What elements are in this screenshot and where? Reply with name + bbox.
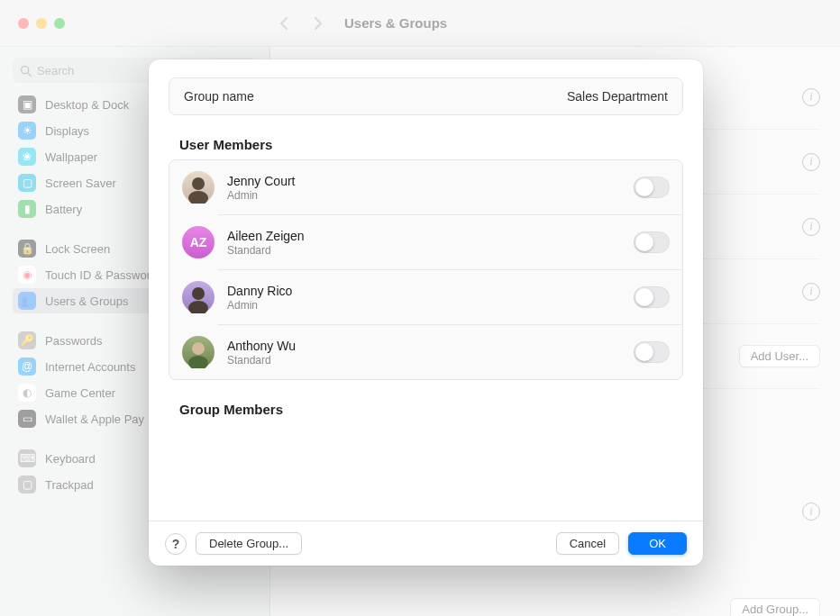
- user-members-header: User Members: [179, 137, 681, 152]
- member-name: Aileen Zeigen: [227, 229, 621, 243]
- nav-buttons: [270, 10, 332, 37]
- member-row: Anthony Wu Standard: [169, 325, 682, 379]
- desktop-icon: ▣: [18, 95, 36, 113]
- wallet-icon: ▭: [18, 410, 36, 428]
- dialog-footer: ? Delete Group... Cancel OK: [149, 521, 703, 566]
- at-icon: @: [18, 358, 36, 376]
- add-group-button[interactable]: Add Group...: [730, 598, 820, 616]
- info-icon[interactable]: i: [802, 218, 820, 236]
- member-toggle[interactable]: [634, 286, 670, 308]
- lock-icon: 🔒: [18, 240, 36, 258]
- svg-point-7: [188, 356, 208, 368]
- sidebar-item-label: Battery: [45, 203, 82, 216]
- chevron-right-icon: [314, 16, 323, 31]
- users-icon: 👥: [18, 292, 36, 310]
- info-icon[interactable]: i: [802, 153, 820, 171]
- svg-line-1: [28, 72, 31, 75]
- search-placeholder: Search: [37, 64, 74, 77]
- member-row: Jenny Court Admin: [169, 160, 682, 214]
- memoji-icon: [182, 171, 215, 204]
- member-row: Danny Rico Admin: [169, 270, 682, 324]
- member-role: Standard: [227, 244, 621, 257]
- ok-button[interactable]: OK: [628, 532, 687, 555]
- member-toggle[interactable]: [634, 231, 670, 253]
- member-row: AZ Aileen Zeigen Standard: [169, 215, 682, 269]
- page-title: Users & Groups: [344, 15, 447, 31]
- chevron-left-icon: [279, 16, 288, 31]
- add-user-button[interactable]: Add User...: [739, 345, 820, 367]
- memoji-icon: [182, 336, 215, 368]
- info-icon[interactable]: i: [802, 503, 820, 521]
- avatar: [182, 281, 215, 313]
- delete-group-button[interactable]: Delete Group...: [196, 532, 302, 555]
- sidebar-item-label: Wallpaper: [45, 150, 97, 164]
- memoji-icon: [182, 281, 215, 313]
- forward-button[interactable]: [305, 10, 332, 37]
- svg-point-3: [188, 191, 208, 204]
- sidebar-item-label: Users & Groups: [45, 294, 128, 308]
- sidebar-item-label: Displays: [45, 124, 89, 138]
- group-name-row[interactable]: Group name Sales Department: [169, 77, 683, 115]
- member-name: Danny Rico: [227, 284, 621, 298]
- window-controls: [0, 18, 90, 29]
- sidebar-item-label: Game Center: [45, 386, 115, 400]
- user-members-list: Jenny Court Admin AZ Aileen Zeigen Stand…: [169, 159, 683, 380]
- search-icon: [20, 65, 32, 77]
- member-role: Admin: [227, 189, 621, 202]
- sidebar-item-label: Screen Saver: [45, 177, 116, 190]
- info-icon[interactable]: i: [802, 88, 820, 106]
- member-toggle[interactable]: [634, 341, 670, 363]
- group-members-header: Group Members: [179, 402, 681, 417]
- sidebar-item-label: Desktop & Dock: [45, 98, 129, 112]
- game-center-icon: ◐: [18, 384, 36, 402]
- maximize-button[interactable]: [54, 18, 65, 29]
- sidebar-item-label: Lock Screen: [45, 242, 110, 256]
- edit-group-dialog: Group name Sales Department User Members…: [149, 59, 703, 566]
- close-button[interactable]: [18, 18, 29, 29]
- info-icon[interactable]: i: [802, 283, 820, 301]
- svg-point-4: [192, 287, 205, 300]
- sidebar-item-label: Internet Accounts: [45, 360, 135, 374]
- member-role: Admin: [227, 299, 621, 312]
- avatar: [182, 171, 215, 204]
- sidebar-item-label: Touch ID & Password: [45, 268, 157, 282]
- back-button[interactable]: [270, 10, 297, 37]
- minimize-button[interactable]: [36, 18, 47, 29]
- sidebar-item-label: Keyboard: [45, 452, 96, 466]
- titlebar: Users & Groups: [0, 0, 840, 47]
- svg-point-5: [188, 301, 208, 313]
- battery-icon: ▮: [18, 200, 36, 218]
- sidebar-item-label: Passwords: [45, 334, 103, 348]
- group-name-label: Group name: [184, 89, 254, 104]
- avatar: [182, 336, 215, 368]
- member-toggle[interactable]: [634, 177, 670, 198]
- cancel-button[interactable]: Cancel: [556, 532, 619, 555]
- fingerprint-icon: ◉: [18, 266, 36, 284]
- system-settings-window: Users & Groups Search ▣Desktop & Dock ☀D…: [0, 0, 840, 616]
- question-mark-icon: ?: [172, 537, 180, 551]
- keyboard-icon: ⌨: [18, 449, 36, 467]
- group-name-value: Sales Department: [567, 89, 668, 104]
- member-name: Jenny Court: [227, 174, 621, 188]
- sidebar-item-label: Trackpad: [45, 478, 94, 492]
- avatar-initials: AZ: [190, 235, 207, 249]
- key-icon: 🔑: [18, 331, 36, 349]
- displays-icon: ☀: [18, 122, 36, 140]
- sidebar-item-label: Wallet & Apple Pay: [45, 412, 144, 426]
- help-button[interactable]: ?: [165, 533, 187, 555]
- wallpaper-icon: ❀: [18, 148, 36, 166]
- trackpad-icon: ▢: [18, 476, 36, 494]
- avatar: AZ: [182, 226, 215, 258]
- svg-point-2: [192, 177, 205, 190]
- member-role: Standard: [227, 354, 621, 367]
- screen-saver-icon: ▢: [18, 174, 36, 192]
- svg-point-6: [192, 342, 205, 355]
- member-name: Anthony Wu: [227, 339, 621, 353]
